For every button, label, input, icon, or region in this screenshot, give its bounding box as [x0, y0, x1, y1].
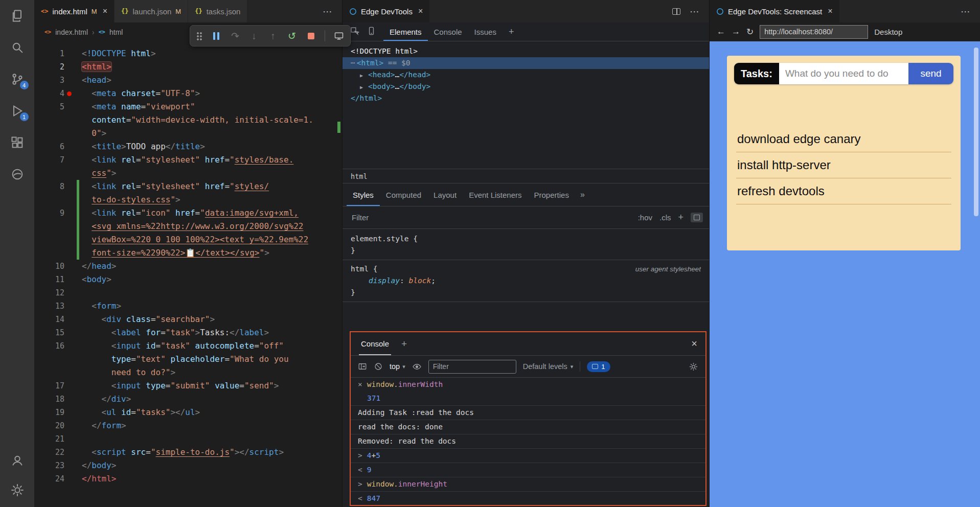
back-icon[interactable]: ←	[717, 27, 725, 37]
line-number[interactable]: 10	[34, 260, 64, 273]
console-row-out[interactable]: <847	[351, 491, 705, 505]
console-row-live[interactable]: ×window.innerWidth	[351, 378, 705, 391]
code-row[interactable]: font-size=%2290%22>📋</text></svg>">	[34, 246, 342, 260]
close-tab-icon[interactable]: ×	[828, 7, 832, 16]
code-row[interactable]: 8 <link rel="stylesheet" href="styles/	[34, 180, 342, 193]
explorer-icon[interactable]	[10, 8, 25, 24]
dom-tree-row[interactable]: ▶ <body>…</body>	[343, 81, 709, 93]
rule-html[interactable]: user agent stylesheethtml {	[343, 263, 709, 275]
line-number[interactable]: 18	[34, 393, 64, 406]
code-row[interactable]: 24</html>	[34, 472, 342, 486]
code-row[interactable]: 6 <title>TODO app</title>	[34, 140, 342, 153]
styles-filter-input[interactable]	[351, 213, 631, 222]
console-row-log[interactable]: Removed: read the docs	[351, 434, 705, 448]
line-number[interactable]: 12	[34, 286, 64, 299]
line-number[interactable]: 7	[34, 153, 64, 167]
tab-event-listeners[interactable]: Event Listeners	[463, 183, 528, 206]
tab-screencast[interactable]: Edge DevTools: Screencast ×	[710, 0, 840, 22]
live-expression-eye-icon[interactable]	[412, 362, 422, 372]
inspect-icon[interactable]	[350, 26, 359, 37]
console-row-in[interactable]: >4+5	[351, 448, 705, 463]
line-number[interactable]: 22	[34, 446, 64, 459]
new-task-input[interactable]	[779, 63, 908, 84]
editor-tab-launch.json[interactable]: {}launch.jsonM	[115, 0, 188, 22]
line-number[interactable]: 2	[34, 60, 64, 74]
edge-devtools-icon[interactable]	[10, 167, 25, 182]
log-levels-dropdown[interactable]: Default levels▾	[523, 362, 574, 371]
code-row[interactable]: 12	[34, 286, 342, 299]
settings-gear-icon[interactable]	[10, 482, 25, 498]
source-control-icon[interactable]: 4	[10, 72, 25, 87]
tab-overflow-icon[interactable]: ⋯	[313, 6, 342, 17]
close-tab-icon[interactable]: ×	[418, 7, 423, 16]
clear-console-icon[interactable]	[374, 362, 383, 371]
code-row[interactable]: 19 <ul id="tasks"></ul>	[34, 406, 342, 419]
expand-arrow-icon[interactable]: ▶	[360, 70, 368, 81]
code-row[interactable]: 16 <input id="task" autocomplete="off"	[34, 339, 342, 353]
tab-edge-devtools[interactable]: Edge DevTools ×	[343, 0, 430, 22]
code-row[interactable]: 2<html>	[34, 60, 342, 74]
rule-declaration[interactable]: display: block;	[343, 275, 709, 287]
console-row-val[interactable]: 371	[351, 391, 705, 405]
url-input[interactable]	[760, 25, 868, 39]
device-emulation-icon[interactable]	[367, 26, 376, 37]
line-number[interactable]: 24	[34, 472, 64, 486]
code-row[interactable]: 14 <div class="searchbar">	[34, 313, 342, 326]
code-row[interactable]: 7 <link rel="stylesheet" href="styles/ba…	[34, 153, 342, 167]
tab-elements[interactable]: Elements	[383, 22, 428, 41]
add-tool-icon[interactable]: +	[503, 22, 520, 41]
code-row[interactable]: 20 </form>	[34, 419, 342, 432]
tab-styles[interactable]: Styles	[347, 183, 380, 206]
console-row-log[interactable]: read the docs: done	[351, 420, 705, 434]
code-row[interactable]: type="text" placeholder="What do you	[34, 353, 342, 366]
console-row-out[interactable]: <9	[351, 463, 705, 477]
code-row[interactable]: need to do?">	[34, 366, 342, 379]
more-actions-icon[interactable]: ⋯	[951, 6, 980, 17]
console-row-log[interactable]: Adding Task :read the docs	[351, 405, 705, 420]
remove-live-expression-icon[interactable]: ×	[358, 380, 362, 389]
dom-tree-row[interactable]: <!DOCTYPE html>	[343, 45, 709, 57]
code-row[interactable]: 1<!DOCTYPE html>	[34, 47, 342, 60]
dom-tree-row[interactable]: ▶ <head>…</head>	[343, 69, 709, 81]
issues-counter[interactable]: 1	[587, 361, 610, 372]
code-row[interactable]: 22 <script src="simple-to-do.js"></scrip…	[34, 446, 342, 459]
code-row[interactable]: 3<head>	[34, 74, 342, 87]
element-menu-icon[interactable]: ⋯	[351, 59, 355, 67]
styles-toolbar-icon[interactable]	[691, 213, 703, 222]
tab-console-panel[interactable]: Console	[359, 332, 391, 355]
more-actions-icon[interactable]: ⋯	[680, 6, 709, 17]
editor-tab-index.html[interactable]: <>index.htmlM×	[34, 0, 115, 22]
console-settings-gear-icon[interactable]	[689, 362, 698, 372]
code-row[interactable]: 9 <link rel="icon" href="data:image/svg+…	[34, 206, 342, 220]
code-row[interactable]: 0">	[34, 127, 342, 140]
code-row[interactable]: 18 </div>	[34, 393, 342, 406]
line-number[interactable]: 5	[34, 100, 64, 113]
rule-element-style[interactable]: element.style {	[343, 233, 709, 245]
console-filter-input[interactable]	[428, 360, 516, 374]
line-number[interactable]: 17	[34, 379, 64, 393]
screencast-toggle-icon[interactable]	[334, 31, 344, 41]
line-number[interactable]: 14	[34, 313, 64, 326]
console-row-in[interactable]: >window.innerHeight	[351, 477, 705, 491]
drag-handle-icon[interactable]	[196, 32, 202, 40]
code-row[interactable]: 21	[34, 432, 342, 446]
code-row[interactable]: 4 <meta charset="UTF-8">	[34, 87, 342, 100]
screencast-viewport[interactable]: Tasks: send download edge canaryinstall …	[710, 41, 980, 507]
expand-arrow-icon[interactable]: ▶	[360, 81, 368, 93]
line-number[interactable]: 9	[34, 206, 64, 220]
forward-icon[interactable]: →	[732, 27, 740, 37]
dom-tree-row[interactable]: ⋯<html> == $0	[343, 57, 709, 69]
close-console-icon[interactable]: ×	[691, 338, 697, 350]
line-number[interactable]: 21	[34, 432, 64, 446]
line-number[interactable]: 8	[34, 180, 64, 193]
code-row[interactable]: 5 <meta name="viewport"	[34, 100, 342, 113]
line-number[interactable]: 16	[34, 339, 64, 353]
restart-icon[interactable]: ↺	[287, 31, 297, 41]
split-editor-icon[interactable]	[672, 8, 680, 15]
code-row[interactable]: css">	[34, 167, 342, 180]
breadcrumb-file[interactable]: index.html	[55, 28, 88, 36]
line-number[interactable]: 11	[34, 273, 64, 286]
add-console-tab-icon[interactable]: +	[401, 338, 407, 350]
code-row[interactable]: 10</head>	[34, 260, 342, 273]
line-number[interactable]: 3	[34, 74, 64, 87]
